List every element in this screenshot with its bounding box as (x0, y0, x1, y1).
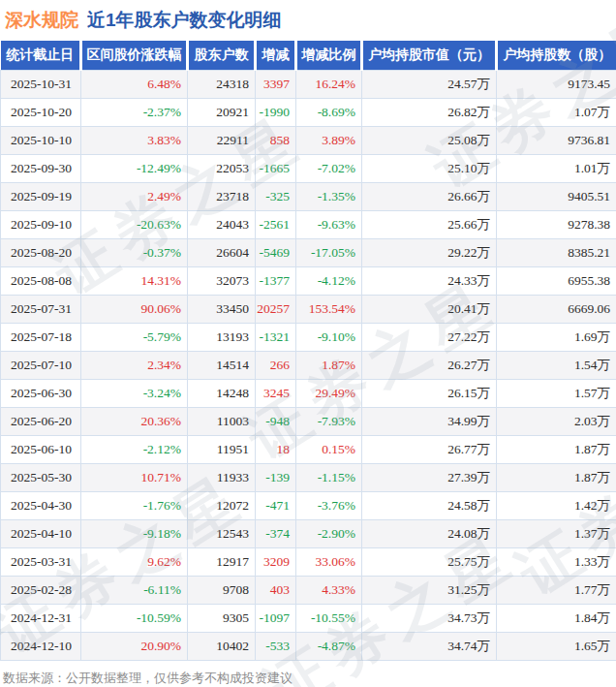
cell-change-ratio: 29.49% (296, 379, 362, 407)
cell-change: 3209 (256, 547, 296, 576)
column-header-4: 增减比例 (296, 41, 362, 70)
column-header-2: 股东户数 (188, 41, 256, 70)
table-row: 2025-04-10-9.18%12543-374-2.90%24.08万1.3… (1, 519, 616, 547)
cell-change-ratio: 153.54% (296, 295, 362, 323)
cell-holder-count: 14514 (188, 351, 256, 379)
cell-date: 2025-02-28 (1, 576, 81, 604)
cell-avg-market-value: 25.66万 (362, 210, 497, 238)
cell-change: 3397 (256, 70, 296, 98)
cell-avg-shares: 1.87万 (497, 463, 616, 491)
cell-holder-count: 23718 (188, 182, 256, 210)
cell-change: -325 (256, 182, 296, 210)
table-row: 2025-08-20-0.37%26604-5469-17.05%29.22万8… (1, 238, 616, 266)
cell-avg-shares: 1.65万 (497, 632, 616, 660)
cell-change-ratio: 0.15% (296, 435, 362, 463)
cell-avg-market-value: 25.10万 (362, 154, 497, 182)
table-body: 2025-10-316.48%24318339716.24%24.57万9173… (1, 70, 616, 660)
cell-holder-count: 22911 (188, 126, 256, 154)
cell-change-ratio: -8.69% (296, 98, 362, 126)
column-header-0: 统计截止日 (1, 41, 81, 70)
table-row: 2025-02-28-6.11%97084034.33%31.25万1.77万 (1, 576, 616, 604)
cell-holder-count: 11951 (188, 435, 256, 463)
cell-holder-count: 24043 (188, 210, 256, 238)
cell-avg-shares: 1.01万 (497, 154, 616, 182)
cell-date: 2025-04-10 (1, 519, 81, 547)
cell-avg-market-value: 24.08万 (362, 519, 497, 547)
cell-price-change: 10.71% (81, 463, 188, 491)
cell-holder-count: 26604 (188, 238, 256, 266)
cell-price-change: 90.06% (81, 295, 188, 323)
cell-avg-market-value: 25.75万 (362, 547, 497, 576)
table-row: 2025-03-319.62%12917320933.06%25.75万1.33… (1, 547, 616, 576)
cell-price-change: 2.34% (81, 351, 188, 379)
cell-price-change: 6.48% (81, 70, 188, 98)
table-row: 2025-09-192.49%23718-325-1.35%26.66万9405… (1, 182, 616, 210)
column-header-3: 增减 (256, 41, 296, 70)
cell-date: 2025-06-30 (1, 379, 81, 407)
cell-change-ratio: -9.10% (296, 323, 362, 351)
stock-name: 深水规院 (5, 8, 78, 33)
cell-avg-shares: 1.07万 (497, 98, 616, 126)
cell-holder-count: 9305 (188, 604, 256, 632)
cell-price-change: 3.83% (81, 126, 188, 154)
cell-avg-shares: 6669.06 (497, 295, 616, 323)
cell-change-ratio: -9.63% (296, 210, 362, 238)
cell-avg-market-value: 26.66万 (362, 182, 497, 210)
table-row: 2025-04-30-1.76%12072-471-3.76%24.58万1.4… (1, 491, 616, 519)
cell-change: -139 (256, 463, 296, 491)
cell-price-change: -2.37% (81, 98, 188, 126)
page-title: 深水规院 近1年股东户数变化明细 (0, 0, 616, 41)
cell-holder-count: 9708 (188, 576, 256, 604)
cell-avg-market-value: 31.25万 (362, 576, 497, 604)
cell-avg-market-value: 24.33万 (362, 266, 497, 295)
cell-holder-count: 12543 (188, 519, 256, 547)
cell-change: 20257 (256, 295, 296, 323)
cell-price-change: -1.76% (81, 491, 188, 519)
table-row: 2025-09-10-20.63%24043-2561-9.63%25.66万9… (1, 210, 616, 238)
table-row: 2025-06-10-2.12%11951180.15%26.77万1.87万 (1, 435, 616, 463)
table-row: 2025-07-102.34%145142661.87%26.27万1.54万 (1, 351, 616, 379)
cell-date: 2025-07-31 (1, 295, 81, 323)
cell-change: -2561 (256, 210, 296, 238)
cell-avg-market-value: 26.77万 (362, 435, 497, 463)
cell-avg-shares: 9278.38 (497, 210, 616, 238)
cell-avg-market-value: 26.27万 (362, 351, 497, 379)
cell-change: -374 (256, 519, 296, 547)
cell-change: -471 (256, 491, 296, 519)
cell-holder-count: 33450 (188, 295, 256, 323)
cell-holder-count: 13193 (188, 323, 256, 351)
cell-avg-shares: 1.54万 (497, 351, 616, 379)
cell-holder-count: 14248 (188, 379, 256, 407)
cell-change-ratio: 1.87% (296, 351, 362, 379)
cell-date: 2024-12-10 (1, 632, 81, 660)
cell-holder-count: 20921 (188, 98, 256, 126)
cell-price-change: -2.12% (81, 435, 188, 463)
table-row: 2025-06-30-3.24%14248324529.49%26.15万1.5… (1, 379, 616, 407)
cell-price-change: 20.36% (81, 407, 188, 435)
cell-avg-market-value: 34.73万 (362, 604, 497, 632)
cell-date: 2025-10-10 (1, 126, 81, 154)
cell-date: 2025-08-08 (1, 266, 81, 295)
cell-change-ratio: -17.05% (296, 238, 362, 266)
cell-date: 2025-10-20 (1, 98, 81, 126)
cell-change: -1321 (256, 323, 296, 351)
cell-date: 2025-07-10 (1, 351, 81, 379)
cell-change-ratio: -1.35% (296, 182, 362, 210)
cell-holder-count: 11003 (188, 407, 256, 435)
table-row: 2024-12-31-10.59%9305-1097-10.55%34.73万1… (1, 604, 616, 632)
cell-price-change: -5.79% (81, 323, 188, 351)
cell-date: 2025-09-19 (1, 182, 81, 210)
cell-price-change: -0.37% (81, 238, 188, 266)
cell-avg-shares: 8385.21 (497, 238, 616, 266)
cell-date: 2025-08-20 (1, 238, 81, 266)
cell-avg-market-value: 34.99万 (362, 407, 497, 435)
cell-avg-shares: 1.57万 (497, 379, 616, 407)
cell-avg-shares: 1.87万 (497, 435, 616, 463)
cell-price-change: 2.49% (81, 182, 188, 210)
table-row: 2024-12-1020.90%10402-533-4.87%34.74万1.6… (1, 632, 616, 660)
cell-price-change: -6.11% (81, 576, 188, 604)
cell-change: 3245 (256, 379, 296, 407)
cell-date: 2025-10-31 (1, 70, 81, 98)
cell-change-ratio: 16.24% (296, 70, 362, 98)
cell-price-change: -10.59% (81, 604, 188, 632)
